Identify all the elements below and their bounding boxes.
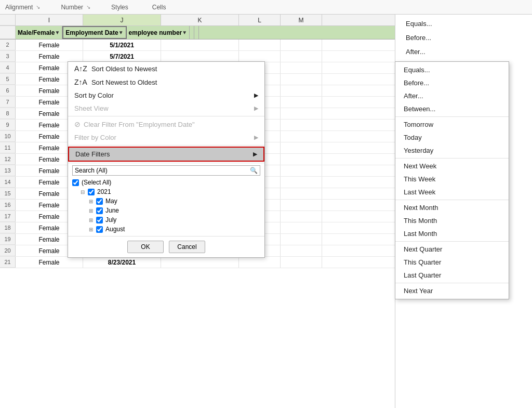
cb-2021[interactable]: ⊟ 2021: [81, 187, 260, 196]
row-num-6: 7: [0, 97, 16, 108]
cb-may[interactable]: ⊞ May: [89, 196, 260, 206]
cell-date-1: 5/1/2021: [83, 40, 161, 50]
number-arrow[interactable]: ↘: [86, 4, 90, 10]
cell-m-4: [281, 74, 322, 85]
cell-m-17: [281, 222, 322, 233]
cb-select-all-check[interactable]: [72, 179, 79, 186]
row-num-3: 4: [0, 62, 16, 73]
cb-2021-check[interactable]: [88, 189, 95, 195]
search-icon: 🔍: [250, 167, 258, 174]
cb-august[interactable]: ⊞ August: [89, 225, 260, 234]
col-k-dropdown[interactable]: ▼: [182, 30, 187, 35]
sort-az-icon: A↑Z: [74, 64, 87, 73]
submenu-item-last-week[interactable]: Last Week: [395, 186, 509, 199]
cell-m-5: [281, 85, 322, 96]
submenu-item-equals---[interactable]: Equals...: [395, 63, 509, 76]
sort-by-color-item[interactable]: Sort by Color ▶: [68, 89, 264, 102]
submenu-item-next-month[interactable]: Next Month: [395, 201, 509, 214]
clear-filter-label: Clear Filter From "Employment Date": [84, 121, 195, 128]
cb-june[interactable]: ⊞ June: [89, 206, 260, 215]
row-num-1: 2: [0, 40, 16, 50]
cell-gender-20: Female: [16, 257, 83, 268]
cb-july[interactable]: ⊞ July: [89, 215, 260, 225]
cancel-button[interactable]: Cancel: [169, 241, 205, 253]
header-cell-m: [194, 26, 199, 39]
submenu-item-today[interactable]: Today: [395, 131, 509, 144]
submenu-item-after---[interactable]: After...: [395, 89, 509, 102]
submenu-item-yesterday[interactable]: Yesterday: [395, 144, 509, 157]
cb-july-label: July: [105, 216, 116, 223]
submenu-item-last-quarter[interactable]: Last Quarter: [395, 269, 509, 282]
cells-label: Cells: [152, 4, 166, 11]
expand-june-icon[interactable]: ⊞: [89, 208, 96, 214]
row-num-9: 10: [0, 131, 16, 142]
ok-button[interactable]: OK: [127, 241, 164, 253]
search-input[interactable]: [75, 167, 250, 174]
row-num-12: 13: [0, 165, 16, 176]
row-num-7: 8: [0, 108, 16, 119]
right-panel-item-equals---[interactable]: Equals...: [395, 17, 532, 31]
col-i-label: Male/Female: [18, 29, 55, 36]
right-panel-item-after---[interactable]: After...: [395, 45, 532, 59]
number-label: Number: [61, 4, 83, 11]
cb-june-check[interactable]: [96, 207, 103, 214]
submenu-item-tomorrow[interactable]: Tomorrow: [395, 118, 509, 131]
expand-july-icon[interactable]: ⊞: [89, 217, 96, 223]
filter-sep-2: [68, 145, 264, 146]
submenu-item-this-quarter[interactable]: This Quarter: [395, 256, 509, 269]
date-filters-item[interactable]: Date Filters ▶: [68, 147, 264, 162]
col-header-j: J: [83, 15, 161, 25]
expand-august-icon[interactable]: ⊞: [89, 227, 96, 232]
submenu-item-next-year[interactable]: Next Year: [395, 284, 509, 297]
row-num-4: 5: [0, 74, 16, 85]
sort-newest-item[interactable]: Z↑A Sort Newest to Oldest: [68, 75, 264, 89]
submenu-sep-15: [395, 283, 509, 283]
submenu-item-this-week[interactable]: This Week: [395, 173, 509, 186]
cell-m-20: [281, 257, 322, 268]
submenu-sep-6: [395, 158, 509, 159]
filter-search-box[interactable]: 🔍: [72, 165, 260, 176]
row-num-header: [0, 15, 16, 25]
cb-august-check[interactable]: [96, 226, 103, 233]
submenu-item-last-month[interactable]: Last Month: [395, 227, 509, 240]
filter-by-color-item: Filter by Color ▶: [68, 131, 264, 144]
ribbon-number: Number ↘: [61, 4, 90, 11]
cb-july-check[interactable]: [96, 217, 103, 223]
filter-color-arrow: ▶: [254, 134, 258, 141]
table-row: 3 Female 5/7/2021: [0, 51, 395, 62]
expand-2021-icon[interactable]: ⊟: [81, 189, 88, 195]
sheet-view-arrow: ▶: [254, 105, 258, 112]
cell-m-7: [281, 108, 322, 119]
col-j-dropdown[interactable]: ▼: [118, 30, 124, 35]
cell-m-1: [281, 40, 322, 50]
submenu-item-between---[interactable]: Between...: [395, 102, 509, 115]
sheet-view-item: Sheet View ▶: [68, 102, 264, 115]
cb-select-all[interactable]: (Select All): [72, 178, 260, 187]
sort-oldest-item[interactable]: A↑Z Sort Oldest to Newest: [68, 62, 264, 75]
cell-m-12: [281, 165, 322, 176]
col-i-dropdown[interactable]: ▼: [55, 30, 60, 35]
cb-may-label: May: [105, 198, 117, 205]
cb-may-check[interactable]: [96, 198, 103, 205]
col-k-label: employee number: [129, 29, 182, 36]
cell-m-19: [281, 245, 322, 256]
submenu-item-this-month[interactable]: This Month: [395, 214, 509, 227]
submenu-item-before---[interactable]: Before...: [395, 76, 509, 89]
submenu-item-next-week[interactable]: Next Week: [395, 160, 509, 173]
row-num-10: 11: [0, 142, 16, 153]
cb-2021-label: 2021: [97, 188, 111, 195]
filter-sep-3: [68, 163, 264, 163]
cell-m-6: [281, 97, 322, 108]
submenu-item-next-quarter[interactable]: Next Quarter: [395, 243, 509, 256]
date-filters-arrow: ▶: [253, 151, 257, 157]
row-num-11: 12: [0, 154, 16, 165]
cell-date-2: 5/7/2021: [83, 51, 161, 62]
cell-empno-2: [161, 51, 239, 62]
ribbon-styles: Styles: [111, 4, 131, 11]
clear-filter-item: ⊘ Clear Filter From "Employment Date": [68, 117, 264, 131]
alignment-arrow[interactable]: ↘: [36, 4, 40, 10]
right-panel-item-before---[interactable]: Before...: [395, 31, 532, 45]
row-num-8: 9: [0, 120, 16, 130]
expand-may-icon[interactable]: ⊞: [89, 199, 96, 204]
header-cell-l: [190, 26, 194, 39]
